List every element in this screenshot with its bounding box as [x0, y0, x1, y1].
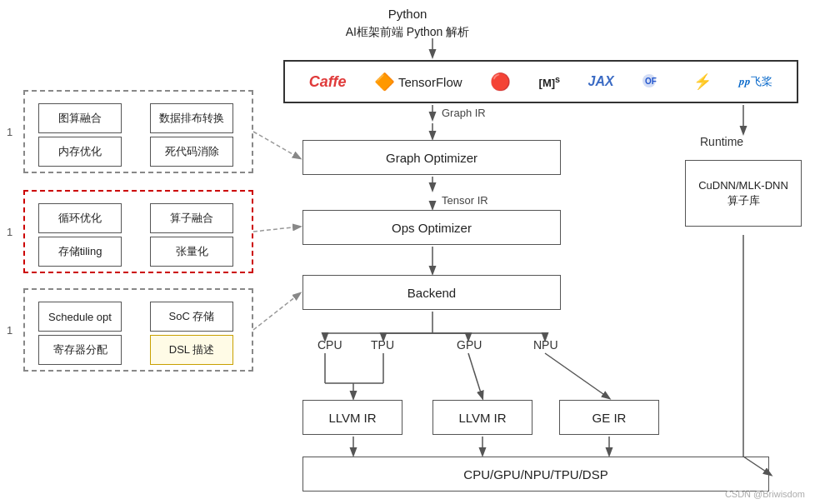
- svg-line-25: [468, 353, 482, 398]
- group2-item4: 张量化: [150, 237, 233, 267]
- jax-label: JAX: [588, 74, 614, 89]
- group3-item2: SoC 存储: [150, 302, 233, 332]
- group2-item1: 循环优化: [38, 203, 122, 233]
- runtime-label: Runtime: [700, 135, 743, 148]
- llvm-ir-right-label: LLVM IR: [458, 411, 506, 425]
- backend-box: Backend: [302, 275, 561, 310]
- cudnn-box: CuDNN/MLK-DNN 算子库: [685, 160, 802, 227]
- ge-ir-box: GE IR: [559, 400, 659, 435]
- ops-optimizer-label: Ops Optimizer: [392, 221, 472, 235]
- graph-optimizer-box: Graph Optimizer: [302, 140, 561, 175]
- python-label: Python: [0, 7, 815, 21]
- ge-ir-label: GE IR: [592, 411, 627, 425]
- llvm-ir-left-box: LLVM IR: [302, 400, 402, 435]
- npu-label: NPU: [533, 338, 558, 352]
- watermark: CSDN @Briwisdom: [725, 489, 805, 499]
- paddle-label: 𝒑𝒑飞桨: [739, 74, 772, 89]
- svg-line-35: [253, 293, 300, 330]
- mxnet-label: [M]s: [539, 74, 561, 89]
- gpu-label: GPU: [457, 338, 482, 352]
- group1-item2: 数据排布转换: [150, 103, 233, 133]
- ops-optimizer-box: Ops Optimizer: [302, 210, 561, 245]
- svg-text:Tensor IR: Tensor IR: [442, 194, 488, 207]
- group1-box: 1 图算融合 数据排布转换 内存优化 死代码消除: [23, 90, 253, 173]
- targets-box: CPU/GPU/NPU/TPU/DSP: [302, 457, 769, 492]
- caffe-label: Caffe: [309, 73, 347, 91]
- group3-number: 1: [7, 324, 12, 337]
- cpu-label: CPU: [318, 338, 342, 352]
- llvm-ir-left-label: LLVM IR: [328, 411, 376, 425]
- svg-line-34: [253, 227, 300, 232]
- group2-box: 1 循环优化 算子融合 存储tiling 张量化: [23, 190, 253, 273]
- group2-number: 1: [7, 226, 12, 238]
- graph-optimizer-label: Graph Optimizer: [386, 151, 478, 165]
- tensorflow-label: 🔶TensorFlow: [374, 72, 462, 92]
- group3-box: 1 Schedule opt SoC 存储 寄存器分配 DSL 描述: [23, 288, 253, 372]
- lightning-label: ⚡: [693, 72, 712, 91]
- group2-item2: 算子融合: [150, 203, 233, 233]
- svg-text:OF: OF: [645, 77, 657, 86]
- backend-label: Backend: [408, 286, 456, 300]
- svg-text:Graph IR: Graph IR: [442, 107, 486, 119]
- cudnn-label: CuDNN/MLK-DNN 算子库: [698, 178, 788, 208]
- tf-icon: 🔶: [374, 72, 395, 92]
- group3-item4: DSL 描述: [150, 335, 233, 365]
- frameworks-bar: Caffe 🔶TensorFlow 🔴 [M]s JAX OF ⚡ 𝒑𝒑飞桨: [283, 60, 798, 103]
- pytorch-label: 🔴: [490, 72, 511, 92]
- oneflow-label: OF: [642, 73, 665, 91]
- group3-item1: Schedule opt: [38, 302, 122, 332]
- group1-item1: 图算融合: [38, 103, 122, 133]
- group3-item3: 寄存器分配: [38, 335, 122, 365]
- targets-label: CPU/GPU/NPU/TPU/DSP: [463, 467, 608, 482]
- svg-line-26: [545, 353, 609, 398]
- group1-item4: 死代码消除: [150, 137, 233, 167]
- llvm-ir-right-box: LLVM IR: [432, 400, 532, 435]
- group2-item3: 存储tiling: [38, 237, 122, 267]
- tpu-label: TPU: [371, 338, 394, 352]
- svg-line-33: [253, 132, 300, 158]
- group1-item3: 内存优化: [38, 137, 122, 167]
- group1-number: 1: [7, 126, 12, 138]
- python-sub-label: AI框架前端 Python 解析: [0, 25, 815, 40]
